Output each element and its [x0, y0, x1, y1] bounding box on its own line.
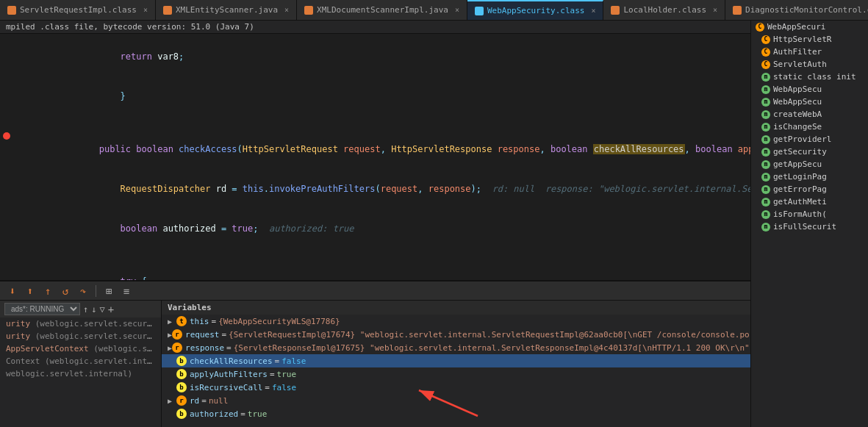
variable-name: checkAllResources — [190, 356, 273, 366]
compiler-info-bar: mpiled .class file, bytecode version: 51… — [0, 21, 750, 34]
variable-value: true — [248, 409, 268, 419]
variable-item-checkallresources[interactable]: b checkAllResources = false — [162, 354, 750, 367]
tab-xmlentityscanner[interactable]: XMLEntityScanner.java × — [156, 0, 297, 21]
call-stack-panel: ads*: RUNNING ↑ ↓ ▽ + urity (weblogic.se… — [0, 301, 162, 427]
variable-item-request[interactable]: ▶ r request = {ServletRequestImpl@17674}… — [162, 328, 750, 341]
variable-item-isrecursivecall[interactable]: b isRecursiveCall = false — [162, 381, 750, 394]
debug-upload-icon[interactable]: ⬆ — [24, 284, 37, 298]
struct-item-httpservletr[interactable]: C HttpServletR — [751, 33, 868, 46]
variable-name: authorized — [190, 409, 238, 419]
struct-item-static-init[interactable]: m static class init — [751, 71, 868, 83]
struct-item-getloginpag[interactable]: m getLoginPag — [751, 171, 868, 183]
expand-icon — [168, 357, 176, 365]
variable-value: {ServletRequestImpl@17674} "weblogic.ser… — [229, 330, 750, 340]
variable-type-icon: b — [176, 356, 187, 366]
tab-bar: ServletRequestImpl.class × XMLEntityScan… — [0, 0, 868, 21]
struct-item-getappsecu[interactable]: m getAppSecu — [751, 158, 868, 171]
struct-item-authfilter[interactable]: C AuthFilter — [751, 46, 868, 58]
call-stack-pkg: weblogic.servlet.internal) — [6, 369, 132, 378]
code-panel: mpiled .class file, bytecode version: 51… — [0, 21, 750, 427]
method-icon: m — [761, 135, 770, 144]
thread-selector[interactable]: ads*: RUNNING — [4, 303, 80, 315]
struct-item-servletauth[interactable]: C ServletAuth — [751, 58, 868, 71]
code-line: } — [0, 76, 750, 116]
variable-item-this[interactable]: ▶ t this = {WebAppSecurityWLS@17786} — [162, 315, 750, 328]
tab-webappsecurity[interactable]: WebAppSecurity.class × — [467, 0, 603, 21]
debug-step-icon[interactable]: ↷ — [76, 284, 90, 298]
expand-icon — [168, 410, 176, 418]
add-icon[interactable]: + — [108, 304, 114, 315]
debug-refresh-icon[interactable]: ↺ — [59, 284, 72, 298]
variable-type-icon: t — [176, 316, 187, 326]
tab-close-icon[interactable]: × — [455, 6, 459, 14]
code-line: try { — [0, 262, 750, 280]
main-layout: mpiled .class file, bytecode version: 51… — [0, 21, 868, 427]
call-stack-item[interactable]: urity (weblogic.servlet.security.int — [0, 330, 161, 342]
variable-item-authorized[interactable]: b authorized = true — [162, 407, 750, 420]
tab-close-icon[interactable]: × — [713, 6, 717, 14]
method-icon: m — [761, 198, 770, 207]
debug-arrow-up-icon[interactable]: ↑ — [41, 284, 54, 298]
struct-item-label: WebAppSecu — [773, 85, 822, 94]
tab-diagnosticmonitor[interactable]: DiagnosticMonitorControl.class × — [725, 0, 868, 21]
tab-localholder[interactable]: LocalHolder.class × — [603, 0, 725, 21]
class-icon: C — [761, 48, 770, 57]
tab-close-icon[interactable]: × — [143, 6, 148, 14]
variable-equals: = — [275, 356, 280, 366]
class-icon: C — [761, 60, 770, 69]
variable-name: request — [185, 330, 219, 340]
class-icon: C — [756, 23, 764, 32]
class-file-icon — [475, 7, 484, 15]
struct-item-getproviderl[interactable]: m getProviderl — [751, 133, 868, 146]
tab-xmldocumentscanner[interactable]: XMLDocumentScannerImpl.java × — [297, 0, 467, 21]
expand-icon[interactable]: ▶ — [168, 317, 176, 326]
call-stack-item[interactable]: AppServletContext (weblogic.servl — [0, 342, 161, 355]
filter-icon[interactable]: ▽ — [99, 304, 104, 315]
struct-item-geterrorpag[interactable]: m getErrorPag — [751, 183, 868, 195]
line-content — [32, 248, 750, 262]
debug-panel: ⬇ ⬆ ↑ ↺ ↷ ⊞ ≡ ads*: RUNNING ↑ ↓ ▽ + — [0, 280, 750, 427]
variable-value: false — [281, 356, 306, 366]
code-line-checkaccess: public boolean checkAccess(HttpServletRe… — [0, 129, 750, 169]
call-stack-item[interactable]: weblogic.servlet.internal) — [0, 367, 161, 380]
line-content: public boolean checkAccess(HttpServletRe… — [32, 129, 750, 169]
struct-item-label: static class init — [773, 72, 856, 82]
struct-item-getauthmeti[interactable]: m getAuthMeti — [751, 195, 868, 208]
navigate-up-icon[interactable]: ↑ — [83, 304, 88, 315]
call-stack-item[interactable]: urity (weblogic.servlet.security.int — [0, 317, 161, 330]
breakpoint-indicator — [3, 132, 10, 140]
struct-item-isformauth[interactable]: m isFormAuth( — [751, 208, 868, 220]
structure-panel: C WebAppSecuri C HttpServletR C AuthFilt… — [750, 21, 868, 427]
tab-close-icon[interactable]: × — [284, 6, 289, 14]
navigate-down-icon[interactable]: ↓ — [91, 304, 96, 315]
debug-list-icon[interactable]: ≡ — [120, 284, 133, 298]
code-editor[interactable]: return var8; } — [0, 34, 750, 280]
debug-grid-icon[interactable]: ⊞ — [102, 284, 115, 298]
class-file-icon — [733, 6, 742, 15]
struct-item-ischangese[interactable]: m isChangeSe — [751, 121, 868, 133]
struct-item-webappsecu-2[interactable]: m WebAppSecu — [751, 96, 868, 108]
struct-item-isfullsecurit[interactable]: m isFullSecurit — [751, 220, 868, 233]
variable-item-applyauthfilters[interactable]: b applyAuthFilters = true — [162, 367, 750, 381]
struct-item-getsecurity[interactable]: m getSecurity — [751, 146, 868, 158]
variable-type-icon: r — [172, 342, 182, 353]
struct-item-createweba[interactable]: m createWebA — [751, 108, 868, 121]
line-content: boolean authorized = true; authorized: t… — [32, 209, 750, 248]
variable-value: false — [272, 383, 296, 392]
expand-icon[interactable]: ▶ — [168, 397, 176, 405]
line-content: RequestDispatcher rd = this.invokePreAut… — [32, 169, 750, 209]
method-icon: m — [761, 160, 770, 169]
variable-equals: = — [265, 383, 270, 392]
struct-item-label: isFormAuth( — [773, 209, 827, 219]
variable-name: applyAuthFilters — [190, 370, 268, 379]
struct-item-webappsecu-1[interactable]: m WebAppSecu — [751, 83, 868, 96]
tab-servletrequestimpl[interactable]: ServletRequestImpl.class × — [0, 0, 156, 21]
method-icon: m — [761, 148, 770, 157]
debug-download-icon[interactable]: ⬇ — [6, 284, 19, 298]
variable-item-response[interactable]: ▶ r response = {ServletResponseImpl@1767… — [162, 341, 750, 354]
call-stack-item[interactable]: Context (weblogic.servlet.internal, — [0, 355, 161, 367]
variable-equals: = — [240, 409, 245, 419]
struct-item-webappsecuri[interactable]: C WebAppSecuri — [751, 21, 868, 33]
variable-item-rd[interactable]: ▶ r rd = null — [162, 394, 750, 407]
tab-close-icon[interactable]: × — [591, 7, 595, 15]
